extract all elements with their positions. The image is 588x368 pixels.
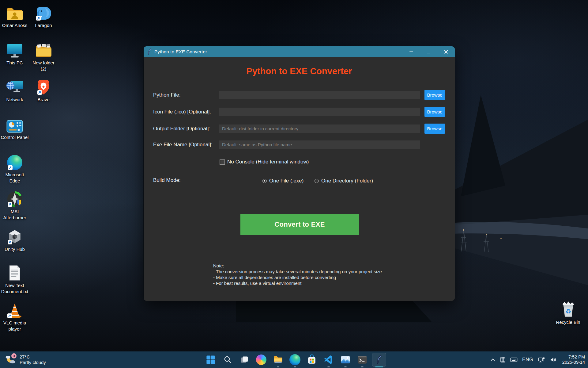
icon-file-input[interactable] (219, 108, 420, 116)
exe-name-label: Exe File Name [Optional]: (153, 140, 219, 149)
user-folder-icon (6, 7, 23, 21)
python-to-exe-converter-window: Python to EXE Converter Python to EXE Co… (144, 46, 455, 301)
desktop-icon-label: Network (6, 97, 23, 103)
desktop-icon-laragon[interactable]: Laragon (29, 3, 58, 29)
no-console-checkbox[interactable] (220, 159, 225, 165)
maximize-button[interactable] (420, 46, 437, 57)
minimize-button[interactable] (402, 46, 420, 57)
desktop-icon-unity-hub[interactable]: Unity Hub (1, 227, 29, 252)
photos-icon (340, 355, 351, 365)
desktop-icon-msi-afterburner[interactable]: MSI Afterburner (1, 189, 29, 221)
notification-badge: 3 (11, 353, 17, 358)
output-folder-label: Output Folder [Optional]: (153, 125, 219, 133)
search-icon (223, 355, 232, 365)
desktop-icon-new-text-document[interactable]: New Text Document.txt (1, 263, 29, 295)
desktop-icon-label: MSI Afterburner (1, 209, 29, 221)
weather-widget[interactable]: 3 27°C Partly cloudy (4, 351, 46, 368)
note-line: - For best results, use a virtual enviro… (213, 280, 382, 286)
separator-line (152, 196, 447, 196)
language-indicator[interactable]: ENG (522, 357, 533, 362)
output-folder-browse-button[interactable]: Browse (424, 124, 445, 134)
touch-keyboard-icon[interactable] (510, 357, 518, 362)
note-line: - The conversion process may take severa… (213, 269, 382, 274)
desktop-icon-control-panel[interactable]: Control Panel (1, 115, 29, 140)
edge-swirl-icon (289, 354, 300, 365)
note-block: Note: - The conversion process may take … (213, 263, 382, 286)
task-view-icon (239, 355, 249, 365)
recycle-bin-icon: ♻ (560, 301, 576, 318)
hidden-icons-chevron[interactable] (490, 357, 496, 362)
desktop-icon-label: VLC media player (1, 320, 29, 332)
power-pylons (455, 221, 507, 255)
running-indicator (361, 366, 364, 367)
shortcut-arrow-icon (7, 313, 12, 318)
terminal-icon (357, 355, 368, 365)
note-line: - Make sure all dependencies are install… (213, 274, 382, 280)
taskbar-file-explorer-button[interactable] (270, 351, 286, 368)
widgets-grid-icon[interactable] (500, 357, 506, 363)
taskbar-python-app-button[interactable] (371, 351, 387, 368)
desktop-icon-omar-anoss[interactable]: Omar Anoss (1, 3, 29, 29)
clock-time: 7:52 PM (568, 355, 585, 360)
desktop-icon-brave[interactable]: Brave (29, 77, 58, 103)
python-file-browse-button[interactable]: Browse (424, 90, 445, 100)
desktop-icon-label: Unity Hub (5, 246, 25, 252)
taskbar-photos-button[interactable] (337, 351, 354, 368)
volume-icon[interactable] (550, 357, 556, 363)
microsoft-store-icon (307, 355, 317, 365)
taskbar-terminal-button[interactable] (354, 351, 371, 368)
running-indicator (327, 366, 330, 367)
weather-temperature: 27°C (20, 354, 46, 360)
file-explorer-icon (273, 355, 283, 365)
running-indicator (344, 366, 347, 367)
desktop-icon-label: Microsoft Edge (1, 172, 29, 184)
exe-name-input[interactable] (219, 140, 420, 149)
weather-condition: Partly cloudy (20, 360, 46, 365)
system-tray: ENG 7:52 PM 2025-09-14 (490, 351, 585, 368)
convert-to-exe-button[interactable]: Convert to EXE (240, 214, 359, 235)
icon-file-browse-button[interactable]: Browse (424, 107, 445, 117)
taskbar-start-button[interactable] (202, 351, 219, 368)
network-icon[interactable] (538, 357, 545, 363)
taskbar-microsoft-store-button[interactable] (303, 351, 320, 368)
taskbar-search-button[interactable] (219, 351, 236, 368)
tk-feather-icon (147, 48, 152, 55)
running-indicator (277, 366, 279, 367)
python-file-input[interactable] (219, 91, 420, 99)
desktop-icon-recycle-bin[interactable]: ♻ Recycle Bin (554, 300, 582, 325)
desktop-icon-new-folder-2[interactable]: New folder (2) (29, 40, 58, 72)
desktop-icon-network[interactable]: Network (1, 77, 29, 103)
close-button[interactable] (437, 46, 455, 57)
desktop-icon-vlc[interactable]: VLC media player (1, 301, 29, 332)
desktop-icon-microsoft-edge[interactable]: Microsoft Edge (1, 152, 29, 184)
one-directory-radio-label: One Directory (Folder) (321, 178, 373, 184)
desktop-icon-label: Recycle Bin (556, 319, 580, 325)
taskbar-vs-code-button[interactable] (320, 351, 337, 368)
one-file-radio[interactable] (262, 179, 267, 183)
shortcut-arrow-icon (8, 165, 13, 170)
svg-text:♻: ♻ (565, 308, 571, 315)
close-icon (444, 50, 448, 54)
taskbar-task-view-button[interactable] (236, 351, 253, 368)
window-body: Python to EXE Converter Python File: Bro… (144, 57, 455, 301)
desktop-icon-label: Brave (37, 97, 49, 103)
one-directory-radio[interactable] (315, 179, 319, 183)
copilot-icon (256, 355, 266, 365)
python-file-label: Python File: (153, 91, 219, 99)
build-mode-option-one-file: One File (.exe) (262, 178, 303, 184)
taskbar-edge-button[interactable] (286, 351, 303, 368)
build-mode-label: Build Mode: (153, 176, 181, 184)
taskbar-copilot-button[interactable] (253, 351, 270, 368)
weather-moon-cloud-icon: 3 (4, 354, 17, 366)
clock-date: 2025-09-14 (562, 360, 585, 365)
control-panel-icon (6, 120, 23, 133)
tk-feather-icon (376, 355, 382, 364)
pictures-folder-icon (35, 44, 52, 58)
desktop-icon-this-pc[interactable]: This PC (1, 40, 29, 66)
note-heading: Note: (213, 263, 382, 269)
maximize-icon (427, 50, 430, 53)
clock[interactable]: 7:52 PM 2025-09-14 (562, 355, 585, 365)
window-titlebar[interactable]: Python to EXE Converter (144, 46, 455, 57)
output-folder-input[interactable] (219, 125, 420, 133)
active-running-indicator (375, 366, 383, 368)
